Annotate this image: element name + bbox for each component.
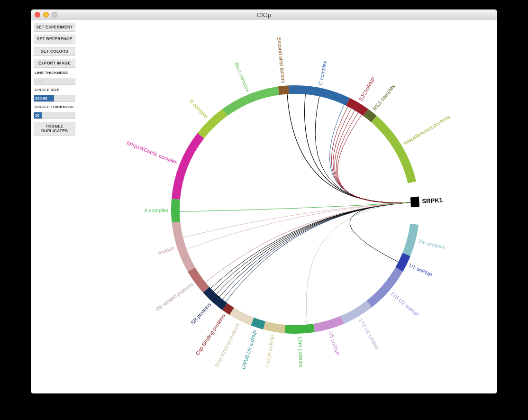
segment-label: SR proteins <box>190 301 212 326</box>
export-image-button[interactable]: EXPORT IMAGE <box>34 59 75 68</box>
chord <box>211 202 411 288</box>
zoom-icon[interactable] <box>52 12 57 18</box>
ring-segment[interactable] <box>371 116 416 183</box>
segment-label: hPrp19/Cdc5L complex <box>126 140 179 165</box>
segment-label: Second step factors <box>276 37 286 83</box>
toggle-duplicates-button[interactable]: TOGGLE DUPLICATES <box>34 122 75 136</box>
titlebar: CIGp <box>31 9 497 20</box>
ring-segment[interactable] <box>289 85 350 106</box>
set-experiment-button[interactable]: SET EXPERIMENT <box>34 23 75 32</box>
segment-label: Sm proteins <box>418 238 446 250</box>
ring-segment[interactable] <box>408 182 419 197</box>
segment-label: Bact complex <box>234 62 251 93</box>
segment-label: U4/U6.U5 snRNP <box>240 329 258 370</box>
ring-segment[interactable] <box>222 87 279 116</box>
segment-label: B complex <box>189 98 210 120</box>
segment-label: 17S U2 snRNP <box>390 290 420 318</box>
chord-chart: Second step factorsC complexEJC/mRNPRES … <box>73 20 497 393</box>
line-thickness-input[interactable]: 1.00 <box>34 78 75 85</box>
segment-label: miscelleneous proteins <box>402 114 451 146</box>
circle-thickness-input[interactable]: 10 <box>34 112 75 119</box>
circle-thickness-label: CIRCLE THICKNESS <box>34 105 75 109</box>
traffic-lights <box>31 12 57 18</box>
ring-segment[interactable] <box>366 267 403 307</box>
app-window: CIGp SET EXPERIMENT SET REFERENCE SET CO… <box>31 9 497 393</box>
segment-label: RES complex <box>372 83 396 111</box>
segment-label: SR related proteins <box>155 282 194 312</box>
ring-segment[interactable] <box>313 316 344 332</box>
circle-size-input[interactable]: 220.00 <box>34 95 75 102</box>
ring-segment[interactable] <box>171 199 180 222</box>
ring-segment[interactable] <box>410 207 419 225</box>
chord <box>287 94 411 203</box>
segment-label: A complex <box>144 207 168 213</box>
set-reference-button[interactable]: SET REFERENCE <box>34 35 75 44</box>
chord <box>217 202 411 294</box>
segment-label: C complex <box>317 60 328 86</box>
chord <box>350 202 411 262</box>
minimize-icon[interactable] <box>43 12 49 18</box>
ring-segment[interactable] <box>346 98 368 116</box>
window-title: CIGp <box>31 11 497 18</box>
line-thickness-label: LINE THICKNESS <box>34 71 75 75</box>
sidebar: SET EXPERIMENT SET REFERENCE SET COLORS … <box>31 20 78 138</box>
ring-segment[interactable] <box>402 224 419 256</box>
ring-segment[interactable] <box>284 324 315 334</box>
ring-segment[interactable] <box>278 85 290 95</box>
ring-segment[interactable] <box>172 133 204 200</box>
segment-label: 17S U2 related <box>358 317 381 350</box>
content-area: SET EXPERIMENT SET REFERENCE SET COLORS … <box>31 20 497 393</box>
chord <box>187 202 411 249</box>
chord <box>213 202 410 291</box>
ring-segment[interactable] <box>172 222 195 272</box>
segment-label: U1 snRNP <box>409 262 433 278</box>
ring-segment[interactable] <box>340 301 372 324</box>
ring-segment[interactable] <box>188 267 209 292</box>
ring-segment[interactable] <box>263 321 285 333</box>
segment-label: hnRNP <box>157 246 175 256</box>
segment-label: LSm proteins <box>297 337 304 368</box>
circle-size-label: CIRCLE SIZE <box>34 88 75 92</box>
chord <box>180 202 411 211</box>
segment-label: U4/U6 snRNP <box>264 334 275 367</box>
close-icon[interactable] <box>35 12 40 18</box>
chord <box>219 202 411 297</box>
ring-segment[interactable] <box>410 197 419 208</box>
segment-label: EJC/mRNP <box>358 76 376 101</box>
ring-segment[interactable] <box>229 308 254 326</box>
set-colors-button[interactable]: SET COLORS <box>34 47 75 56</box>
segment-label: U5 snRNP <box>328 331 340 356</box>
segment-label: SRPK1 <box>422 196 443 205</box>
